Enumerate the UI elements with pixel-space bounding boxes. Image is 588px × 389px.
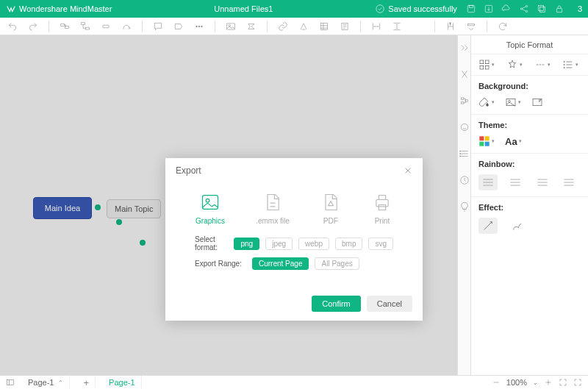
icons-icon[interactable] — [459, 122, 470, 132]
svg-point-38 — [564, 67, 564, 68]
svg-rect-50 — [379, 205, 385, 210]
rainbow-opt-3[interactable] — [533, 174, 552, 190]
effect-handdrawn[interactable] — [508, 218, 527, 234]
export-tab-emmx[interactable]: .emmx file — [256, 192, 290, 225]
bg-fill-dropdown[interactable]: ▾ — [478, 96, 495, 108]
confirm-button[interactable]: Confirm — [312, 296, 361, 312]
svg-rect-13 — [86, 27, 90, 29]
lock-icon[interactable] — [554, 4, 564, 14]
svg-rect-10 — [61, 24, 65, 26]
notify-badge[interactable]: 3 — [578, 4, 582, 13]
collapse-icon[interactable] — [459, 43, 470, 53]
zoom-level: 100% — [506, 378, 527, 387]
hint-icon[interactable] — [459, 201, 470, 212]
copy-icon[interactable] — [537, 4, 547, 14]
export-tab-print[interactable]: Print — [372, 192, 392, 225]
title-bar: Wondershare MindMaster Unnamed Files1 Sa… — [0, 0, 588, 18]
export-tab-pdf[interactable]: PDF — [320, 192, 341, 225]
svg-rect-39 — [506, 99, 515, 105]
format-icon[interactable] — [459, 69, 470, 79]
svg-point-16 — [198, 26, 200, 27]
cloud-icon[interactable] — [501, 4, 512, 14]
svg-rect-8 — [538, 5, 543, 10]
format-bmp[interactable]: bmp — [335, 238, 362, 250]
svg-rect-12 — [82, 22, 85, 24]
svg-point-37 — [564, 64, 564, 65]
share-icon[interactable] — [519, 4, 529, 14]
panel-title: Topic Format — [471, 35, 588, 54]
add-page-button[interactable]: + — [77, 377, 96, 388]
zoom-in-icon[interactable] — [544, 378, 553, 387]
svg-rect-34 — [480, 65, 484, 69]
svg-point-36 — [564, 61, 564, 62]
refresh-icon[interactable] — [498, 21, 508, 32]
spacing-v-icon[interactable] — [392, 21, 402, 32]
chevron-up-icon: ⌃ — [58, 379, 63, 386]
svg-point-30 — [459, 156, 460, 157]
page-tab-1[interactable]: Page-1 — [103, 376, 141, 389]
floating-icon[interactable] — [101, 21, 111, 32]
bg-image-dropdown[interactable]: ▾ — [505, 96, 521, 108]
format-svg[interactable]: svg — [368, 238, 393, 250]
background-label: Background: — [478, 82, 581, 90]
theme-color-dropdown[interactable]: ▾ — [478, 135, 495, 147]
layout-dropdown[interactable]: ▾ — [478, 59, 495, 71]
theme-font-dropdown[interactable]: Aa▾ — [505, 136, 522, 147]
watermark-icon[interactable] — [531, 96, 543, 108]
rearrange-icon[interactable] — [459, 96, 470, 106]
save-icon[interactable] — [466, 4, 476, 14]
svg-rect-23 — [467, 24, 474, 25]
chevron-down-icon[interactable]: ⌄ — [533, 379, 538, 386]
topic-icon[interactable] — [60, 21, 70, 32]
clear-icon[interactable] — [298, 21, 309, 32]
select-format-label: Select format: — [195, 235, 228, 251]
svg-point-15 — [196, 26, 198, 27]
modal-title: Export — [176, 165, 201, 176]
spacing-h-icon[interactable] — [371, 21, 381, 32]
svg-rect-7 — [540, 7, 545, 13]
outline-icon[interactable] — [6, 378, 15, 387]
relation-icon[interactable] — [121, 21, 132, 32]
redo-icon[interactable] — [28, 21, 38, 32]
image-icon[interactable] — [226, 21, 236, 32]
format-jpeg[interactable]: jpeg — [265, 238, 293, 250]
undo-icon[interactable] — [7, 21, 18, 32]
export-icon[interactable] — [484, 4, 494, 14]
border-dropdown[interactable]: ▾ — [534, 59, 551, 71]
print-icon — [372, 192, 392, 213]
cancel-button[interactable]: Cancel — [367, 296, 412, 312]
rainbow-label: Rainbow: — [478, 160, 581, 168]
zoom-out-icon[interactable] — [492, 378, 501, 387]
comment-icon[interactable] — [153, 21, 163, 32]
width-icon[interactable]: T — [445, 21, 456, 32]
more-icon[interactable] — [194, 21, 204, 32]
formula-icon[interactable] — [246, 21, 257, 32]
history-icon[interactable] — [459, 175, 470, 185]
note-icon[interactable] — [340, 21, 350, 32]
range-all[interactable]: All Pages — [315, 257, 359, 270]
clipart-icon[interactable] — [459, 149, 470, 159]
link-icon[interactable] — [278, 21, 288, 32]
close-icon[interactable] — [404, 166, 412, 175]
format-png[interactable]: png — [234, 238, 259, 250]
rainbow-opt-4[interactable] — [559, 174, 578, 190]
table-icon[interactable] — [319, 21, 329, 32]
check-icon — [375, 4, 385, 14]
page-selector[interactable]: Page-1 ⌃ — [22, 376, 70, 389]
rainbow-opt-1[interactable] — [478, 174, 498, 190]
status-bar: Page-1 ⌃ + Page-1 100% ⌄ — [0, 375, 588, 389]
dropdown-icon[interactable] — [466, 21, 476, 32]
export-tab-graphics[interactable]: Graphics — [196, 192, 225, 225]
subtopic-icon[interactable] — [80, 21, 90, 32]
tag-icon[interactable] — [173, 21, 184, 32]
effect-sketch[interactable] — [478, 218, 498, 234]
fit-icon[interactable] — [559, 378, 567, 387]
range-current[interactable]: Current Page — [252, 257, 309, 270]
list-dropdown[interactable]: ▾ — [562, 59, 578, 71]
pdf-icon — [320, 192, 341, 213]
fullscreen-icon[interactable] — [573, 378, 582, 387]
rainbow-opt-2[interactable] — [506, 174, 525, 190]
style-dropdown[interactable]: ▾ — [506, 59, 523, 71]
format-webp[interactable]: webp — [298, 238, 329, 250]
graphics-icon — [200, 192, 220, 213]
